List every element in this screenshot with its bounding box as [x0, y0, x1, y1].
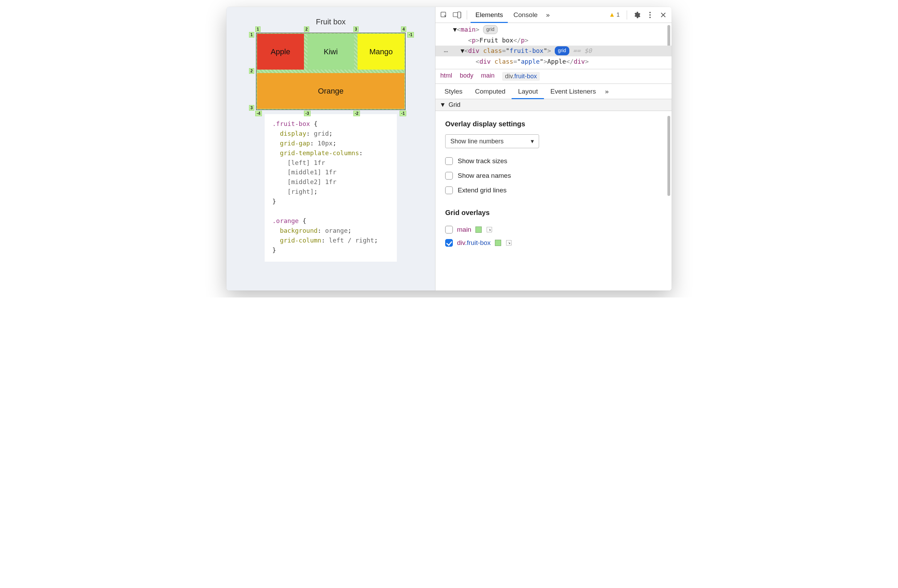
grid-line-label: -1	[407, 32, 414, 38]
svg-point-4	[649, 12, 651, 13]
warning-count: 1	[617, 11, 620, 18]
subtab-computed[interactable]: Computed	[469, 84, 512, 99]
app-window: Fruit box 1 2 3 4 1 2 3 -1 -4 -3 -2 -1 A…	[226, 7, 672, 291]
row-actions-icon[interactable]: ⋯	[444, 46, 448, 57]
cell-apple: Apple	[257, 34, 304, 69]
line-numbers-select[interactable]: Show line numbers ▾	[445, 134, 539, 148]
subtab-styles[interactable]: Styles	[438, 84, 469, 99]
section-title: Grid	[449, 101, 460, 109]
reveal-in-tree-icon[interactable]	[505, 239, 512, 246]
overlay-element-name: div.fruit-box	[457, 239, 491, 247]
checkbox[interactable]	[445, 157, 453, 165]
option-extend-grid-lines[interactable]: Extend grid lines	[445, 183, 662, 198]
svg-point-6	[649, 17, 651, 18]
grid-overlay-visual: 1 2 3 4 1 2 3 -1 -4 -3 -2 -1 Apple Kiwi …	[256, 33, 406, 110]
preview-title: Fruit box	[244, 17, 418, 26]
css-selector: .fruit-box	[272, 120, 310, 127]
svg-point-5	[649, 14, 651, 15]
cell-orange: Orange	[257, 73, 404, 109]
fruit-box-grid: Apple Kiwi Mango Orange	[257, 34, 404, 109]
inspect-icon[interactable]	[438, 9, 450, 21]
close-icon[interactable]	[657, 9, 669, 21]
svg-rect-7	[487, 227, 492, 232]
dom-node-apple[interactable]: <div class="apple">Apple</div>	[442, 56, 672, 67]
layout-panel-body: Overlay display settings Show line numbe…	[435, 111, 672, 291]
styles-pane-tabs: Styles Computed Layout Event Listeners »	[435, 84, 672, 99]
color-swatch[interactable]	[495, 240, 501, 246]
crumb-html[interactable]: html	[440, 72, 452, 81]
select-value: Show line numbers	[451, 138, 504, 145]
crumb-active[interactable]: div.fruit-box	[502, 72, 540, 81]
grid-line-label: 4	[401, 26, 406, 32]
grid-line-label: -3	[304, 111, 311, 116]
tab-elements[interactable]: Elements	[471, 7, 508, 23]
devtools-toolbar: Elements Console » ▲ 1	[435, 7, 672, 23]
kebab-menu-icon[interactable]	[644, 9, 656, 21]
dom-breadcrumb[interactable]: html body main div.fruit-box	[435, 69, 672, 84]
grid-line-label: -2	[354, 111, 360, 116]
checkbox[interactable]	[445, 172, 453, 180]
checkbox[interactable]	[445, 226, 453, 234]
option-label: Extend grid lines	[458, 186, 506, 194]
overlay-item-fruit-box[interactable]: div.fruit-box	[445, 236, 662, 249]
disclosure-triangle-icon: ▼	[440, 101, 446, 109]
subtab-overflow[interactable]: »	[602, 84, 611, 99]
tab-console[interactable]: Console	[509, 7, 543, 23]
subtab-layout[interactable]: Layout	[512, 84, 544, 99]
grid-badge[interactable]: grid	[483, 25, 497, 34]
warning-badge[interactable]: ▲ 1	[606, 11, 623, 18]
crumb-body[interactable]: body	[460, 72, 474, 81]
dom-tree[interactable]: ▼<main> grid <p>Fruit box</p> ⋯ ▼<div cl…	[435, 23, 672, 69]
svg-rect-8	[506, 240, 511, 245]
device-toggle-icon[interactable]	[451, 9, 463, 21]
grid-line-label: -4	[255, 111, 262, 116]
grid-line-label: -1	[400, 111, 406, 116]
option-label: Show track sizes	[458, 157, 507, 165]
warning-icon: ▲	[609, 11, 615, 18]
grid-line-label: 3	[249, 105, 254, 111]
cell-kiwi: Kiwi	[308, 34, 354, 69]
grid-line-label: 1	[249, 32, 254, 38]
option-show-area-names[interactable]: Show area names	[445, 168, 662, 183]
crumb-main[interactable]: main	[481, 72, 495, 81]
css-code-card: .fruit-box { display: grid; grid-gap: 10…	[264, 114, 397, 262]
color-swatch[interactable]	[475, 226, 482, 233]
grid-badge[interactable]: grid	[555, 46, 569, 55]
grid-overlays-title: Grid overlays	[445, 209, 662, 217]
checkbox[interactable]	[445, 186, 453, 194]
grid-line-label: 1	[255, 26, 260, 32]
devtools-pane: Elements Console » ▲ 1 ▼<main> grid	[435, 7, 672, 291]
subtab-listeners[interactable]: Event Listeners	[544, 84, 602, 99]
scrollbar[interactable]	[667, 116, 670, 196]
overlay-settings-title: Overlay display settings	[445, 120, 662, 128]
checkbox[interactable]	[445, 239, 453, 247]
grid-line-label: 2	[304, 26, 309, 32]
reveal-in-tree-icon[interactable]	[486, 226, 493, 233]
css-selector: .orange	[272, 217, 299, 225]
grid-line-label: 2	[249, 68, 254, 74]
dom-node-fruit-box[interactable]: ▼<div class="fruit-box"> grid == $0	[435, 46, 672, 56]
dom-node-p[interactable]: <p>Fruit box</p>	[442, 35, 672, 46]
svg-rect-2	[458, 12, 461, 18]
grid-section-header[interactable]: ▼ Grid	[435, 99, 672, 111]
selected-node-marker: == $0	[573, 47, 592, 54]
overlay-item-main[interactable]: main	[445, 223, 662, 236]
chevron-down-icon: ▾	[531, 137, 534, 145]
page-preview-pane: Fruit box 1 2 3 4 1 2 3 -1 -4 -3 -2 -1 A…	[226, 7, 435, 291]
option-label: Show area names	[458, 172, 511, 180]
overlay-element-name: main	[457, 226, 471, 234]
settings-icon[interactable]	[630, 9, 643, 21]
cell-mango: Mango	[358, 34, 404, 69]
grid-line-label: 3	[354, 26, 358, 32]
option-show-track-sizes[interactable]: Show track sizes	[445, 154, 662, 168]
tabs-overflow[interactable]: »	[543, 7, 553, 23]
dom-node-main[interactable]: ▼<main> grid	[442, 25, 672, 35]
